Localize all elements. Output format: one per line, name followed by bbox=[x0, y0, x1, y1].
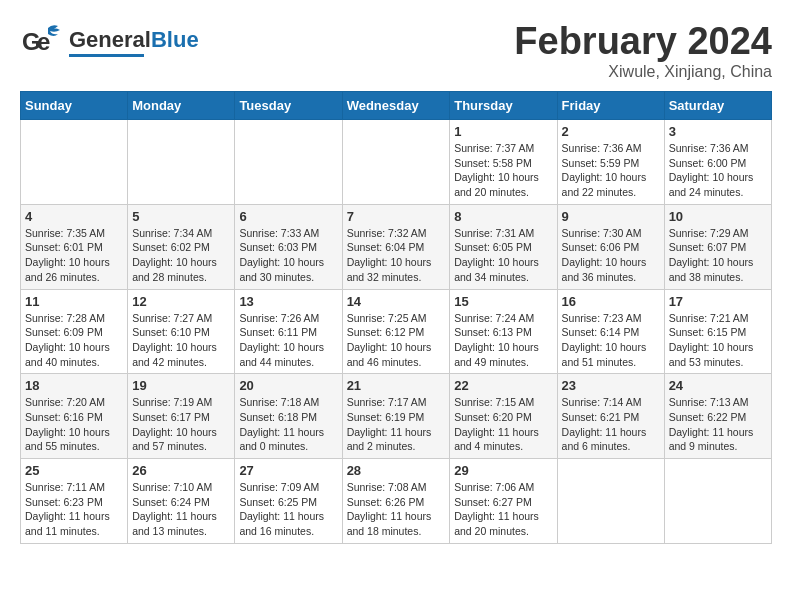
month-title: February 2024 bbox=[514, 20, 772, 63]
day-info: Sunrise: 7:18 AM Sunset: 6:18 PM Dayligh… bbox=[239, 395, 337, 454]
title-area: February 2024 Xiwule, Xinjiang, China bbox=[514, 20, 772, 81]
day-number: 16 bbox=[562, 294, 660, 309]
day-info: Sunrise: 7:27 AM Sunset: 6:10 PM Dayligh… bbox=[132, 311, 230, 370]
day-number: 27 bbox=[239, 463, 337, 478]
header-friday: Friday bbox=[557, 92, 664, 120]
header-monday: Monday bbox=[128, 92, 235, 120]
weekday-header-row: Sunday Monday Tuesday Wednesday Thursday… bbox=[21, 92, 772, 120]
table-row bbox=[664, 459, 771, 544]
table-row bbox=[128, 120, 235, 205]
day-info: Sunrise: 7:23 AM Sunset: 6:14 PM Dayligh… bbox=[562, 311, 660, 370]
table-row: 16Sunrise: 7:23 AM Sunset: 6:14 PM Dayli… bbox=[557, 289, 664, 374]
day-info: Sunrise: 7:35 AM Sunset: 6:01 PM Dayligh… bbox=[25, 226, 123, 285]
table-row: 14Sunrise: 7:25 AM Sunset: 6:12 PM Dayli… bbox=[342, 289, 450, 374]
day-info: Sunrise: 7:15 AM Sunset: 6:20 PM Dayligh… bbox=[454, 395, 552, 454]
logo-blue: Blue bbox=[151, 27, 199, 52]
day-number: 7 bbox=[347, 209, 446, 224]
logo: G e GeneralBlue bbox=[20, 20, 199, 65]
table-row: 7Sunrise: 7:32 AM Sunset: 6:04 PM Daylig… bbox=[342, 204, 450, 289]
day-number: 21 bbox=[347, 378, 446, 393]
day-info: Sunrise: 7:32 AM Sunset: 6:04 PM Dayligh… bbox=[347, 226, 446, 285]
header-saturday: Saturday bbox=[664, 92, 771, 120]
day-number: 1 bbox=[454, 124, 552, 139]
day-info: Sunrise: 7:36 AM Sunset: 5:59 PM Dayligh… bbox=[562, 141, 660, 200]
table-row: 15Sunrise: 7:24 AM Sunset: 6:13 PM Dayli… bbox=[450, 289, 557, 374]
header-wednesday: Wednesday bbox=[342, 92, 450, 120]
table-row: 3Sunrise: 7:36 AM Sunset: 6:00 PM Daylig… bbox=[664, 120, 771, 205]
table-row: 27Sunrise: 7:09 AM Sunset: 6:25 PM Dayli… bbox=[235, 459, 342, 544]
day-number: 9 bbox=[562, 209, 660, 224]
header-tuesday: Tuesday bbox=[235, 92, 342, 120]
day-number: 24 bbox=[669, 378, 767, 393]
table-row: 23Sunrise: 7:14 AM Sunset: 6:21 PM Dayli… bbox=[557, 374, 664, 459]
day-number: 14 bbox=[347, 294, 446, 309]
day-info: Sunrise: 7:06 AM Sunset: 6:27 PM Dayligh… bbox=[454, 480, 552, 539]
day-info: Sunrise: 7:26 AM Sunset: 6:11 PM Dayligh… bbox=[239, 311, 337, 370]
day-number: 20 bbox=[239, 378, 337, 393]
table-row: 21Sunrise: 7:17 AM Sunset: 6:19 PM Dayli… bbox=[342, 374, 450, 459]
logo-general: General bbox=[69, 27, 151, 52]
day-info: Sunrise: 7:10 AM Sunset: 6:24 PM Dayligh… bbox=[132, 480, 230, 539]
day-info: Sunrise: 7:21 AM Sunset: 6:15 PM Dayligh… bbox=[669, 311, 767, 370]
day-number: 6 bbox=[239, 209, 337, 224]
table-row bbox=[21, 120, 128, 205]
header: G e GeneralBlue February 2024 Xiwule, Xi… bbox=[20, 20, 772, 81]
calendar-table: Sunday Monday Tuesday Wednesday Thursday… bbox=[20, 91, 772, 544]
table-row: 28Sunrise: 7:08 AM Sunset: 6:26 PM Dayli… bbox=[342, 459, 450, 544]
day-number: 26 bbox=[132, 463, 230, 478]
day-info: Sunrise: 7:37 AM Sunset: 5:58 PM Dayligh… bbox=[454, 141, 552, 200]
day-info: Sunrise: 7:28 AM Sunset: 6:09 PM Dayligh… bbox=[25, 311, 123, 370]
day-info: Sunrise: 7:31 AM Sunset: 6:05 PM Dayligh… bbox=[454, 226, 552, 285]
day-number: 10 bbox=[669, 209, 767, 224]
table-row: 2Sunrise: 7:36 AM Sunset: 5:59 PM Daylig… bbox=[557, 120, 664, 205]
day-number: 29 bbox=[454, 463, 552, 478]
calendar-week-2: 4Sunrise: 7:35 AM Sunset: 6:01 PM Daylig… bbox=[21, 204, 772, 289]
logo-underline bbox=[69, 54, 144, 57]
table-row: 10Sunrise: 7:29 AM Sunset: 6:07 PM Dayli… bbox=[664, 204, 771, 289]
table-row: 4Sunrise: 7:35 AM Sunset: 6:01 PM Daylig… bbox=[21, 204, 128, 289]
day-info: Sunrise: 7:30 AM Sunset: 6:06 PM Dayligh… bbox=[562, 226, 660, 285]
day-info: Sunrise: 7:34 AM Sunset: 6:02 PM Dayligh… bbox=[132, 226, 230, 285]
day-number: 28 bbox=[347, 463, 446, 478]
day-number: 11 bbox=[25, 294, 123, 309]
day-number: 18 bbox=[25, 378, 123, 393]
day-number: 2 bbox=[562, 124, 660, 139]
logo-icon: G e bbox=[20, 20, 65, 65]
table-row: 1Sunrise: 7:37 AM Sunset: 5:58 PM Daylig… bbox=[450, 120, 557, 205]
day-info: Sunrise: 7:08 AM Sunset: 6:26 PM Dayligh… bbox=[347, 480, 446, 539]
day-info: Sunrise: 7:36 AM Sunset: 6:00 PM Dayligh… bbox=[669, 141, 767, 200]
day-info: Sunrise: 7:17 AM Sunset: 6:19 PM Dayligh… bbox=[347, 395, 446, 454]
day-number: 17 bbox=[669, 294, 767, 309]
table-row bbox=[342, 120, 450, 205]
day-number: 25 bbox=[25, 463, 123, 478]
day-number: 19 bbox=[132, 378, 230, 393]
header-sunday: Sunday bbox=[21, 92, 128, 120]
table-row: 20Sunrise: 7:18 AM Sunset: 6:18 PM Dayli… bbox=[235, 374, 342, 459]
day-number: 23 bbox=[562, 378, 660, 393]
calendar-week-1: 1Sunrise: 7:37 AM Sunset: 5:58 PM Daylig… bbox=[21, 120, 772, 205]
table-row: 24Sunrise: 7:13 AM Sunset: 6:22 PM Dayli… bbox=[664, 374, 771, 459]
table-row: 5Sunrise: 7:34 AM Sunset: 6:02 PM Daylig… bbox=[128, 204, 235, 289]
day-number: 13 bbox=[239, 294, 337, 309]
table-row: 13Sunrise: 7:26 AM Sunset: 6:11 PM Dayli… bbox=[235, 289, 342, 374]
header-thursday: Thursday bbox=[450, 92, 557, 120]
day-number: 8 bbox=[454, 209, 552, 224]
day-info: Sunrise: 7:25 AM Sunset: 6:12 PM Dayligh… bbox=[347, 311, 446, 370]
calendar-week-3: 11Sunrise: 7:28 AM Sunset: 6:09 PM Dayli… bbox=[21, 289, 772, 374]
table-row bbox=[557, 459, 664, 544]
table-row: 22Sunrise: 7:15 AM Sunset: 6:20 PM Dayli… bbox=[450, 374, 557, 459]
day-info: Sunrise: 7:20 AM Sunset: 6:16 PM Dayligh… bbox=[25, 395, 123, 454]
day-number: 12 bbox=[132, 294, 230, 309]
table-row: 19Sunrise: 7:19 AM Sunset: 6:17 PM Dayli… bbox=[128, 374, 235, 459]
table-row: 6Sunrise: 7:33 AM Sunset: 6:03 PM Daylig… bbox=[235, 204, 342, 289]
day-info: Sunrise: 7:14 AM Sunset: 6:21 PM Dayligh… bbox=[562, 395, 660, 454]
day-number: 22 bbox=[454, 378, 552, 393]
table-row: 8Sunrise: 7:31 AM Sunset: 6:05 PM Daylig… bbox=[450, 204, 557, 289]
day-info: Sunrise: 7:11 AM Sunset: 6:23 PM Dayligh… bbox=[25, 480, 123, 539]
day-number: 3 bbox=[669, 124, 767, 139]
page-container: G e GeneralBlue February 2024 Xiwule, Xi… bbox=[20, 20, 772, 544]
day-info: Sunrise: 7:29 AM Sunset: 6:07 PM Dayligh… bbox=[669, 226, 767, 285]
calendar-week-5: 25Sunrise: 7:11 AM Sunset: 6:23 PM Dayli… bbox=[21, 459, 772, 544]
location: Xiwule, Xinjiang, China bbox=[514, 63, 772, 81]
table-row bbox=[235, 120, 342, 205]
